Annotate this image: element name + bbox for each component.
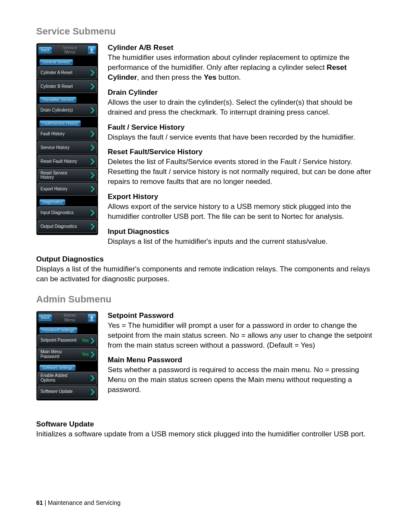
- chevron-right-icon: [90, 70, 95, 76]
- group-software-settings: Software Settings: [39, 364, 76, 371]
- chevron-right-icon: [90, 131, 95, 137]
- group-fault-service-history: Fault/Service History: [39, 120, 81, 127]
- chevron-right-icon: [90, 210, 95, 216]
- panel-header: Back ServiceMenu: [37, 44, 97, 56]
- item-input-diagnostics: Input Diagnostics Displays a list of the…: [108, 227, 375, 247]
- download-icon[interactable]: [87, 46, 96, 54]
- panel-header: Back AdminMenu: [37, 312, 97, 324]
- menu-input-diagnostics[interactable]: Input Diagnostics: [37, 206, 97, 219]
- group-diagnostics: Diagnostics: [39, 199, 65, 205]
- admin-panel: Back AdminMenu Password Settings Setpoin…: [36, 311, 98, 401]
- item-software-update: Software Update Initializes a software u…: [36, 420, 375, 439]
- item-cylinder-ab-reset: Cylinder A/B Reset The humidifier uses i…: [108, 43, 375, 83]
- menu-cylinder-a-reset[interactable]: Cylinder A Reset: [37, 66, 97, 79]
- service-heading: Service Submenu: [36, 26, 375, 37]
- chevron-right-icon: [90, 224, 95, 230]
- menu-software-update[interactable]: Software Update: [37, 386, 97, 398]
- menu-service-history[interactable]: Service History: [37, 141, 97, 154]
- footer: 61 | Maintenance and Servicing: [36, 499, 121, 506]
- group-password-settings: Password Settings: [39, 327, 78, 333]
- chevron-right-icon: [90, 107, 95, 113]
- chevron-right-icon: [90, 159, 95, 165]
- item-export-history: Export History Allows export of the serv…: [108, 192, 375, 222]
- back-button[interactable]: Back: [38, 47, 52, 54]
- menu-drain-cylinders[interactable]: Drain Cylinder(s): [37, 104, 97, 117]
- menu-reset-service-history[interactable]: Reset Service History: [37, 169, 97, 182]
- chevron-right-icon: [90, 172, 95, 178]
- back-button[interactable]: Back: [38, 314, 52, 321]
- chevron-right-icon: [90, 375, 95, 381]
- chevron-right-icon: [90, 186, 95, 192]
- chevron-right-icon: [90, 84, 95, 90]
- menu-cylinder-b-reset[interactable]: Cylinder B Reset: [37, 80, 97, 93]
- group-general-service: General Service: [39, 59, 73, 65]
- item-setpoint-password: Setpoint Password Yes = The humidifier w…: [108, 311, 375, 351]
- item-output-diagnostics: Output Diagnostics Displays a list of th…: [36, 255, 375, 284]
- menu-enable-added-options[interactable]: Enable Added Options: [37, 372, 97, 385]
- menu-fault-history[interactable]: Fault History: [37, 128, 97, 140]
- item-fault-service-history: Fault / Service History Displays the fau…: [108, 123, 375, 143]
- value-setpoint-password: Yes: [82, 338, 89, 343]
- panel-title: ServiceMenu: [52, 46, 87, 55]
- value-main-menu-password: Yes: [82, 352, 89, 357]
- group-humidifier-service: Humidifier Service: [39, 96, 77, 103]
- item-main-menu-password: Main Menu Password Sets whether a passwo…: [108, 355, 375, 395]
- admin-heading: Admin Submenu: [36, 294, 375, 305]
- chevron-right-icon: [90, 389, 95, 395]
- menu-reset-fault-history[interactable]: Reset Fault History: [37, 155, 97, 168]
- service-panel: Back ServiceMenu General Service Cylinde…: [36, 43, 98, 235]
- menu-output-diagnostics[interactable]: Output Diagnostics: [37, 220, 97, 233]
- item-reset-fault-service-history: Reset Fault/Service History Deletes the …: [108, 147, 375, 187]
- chevron-right-icon: [90, 338, 95, 344]
- chevron-right-icon: [90, 352, 95, 358]
- menu-export-history[interactable]: Export History: [37, 183, 97, 196]
- menu-setpoint-password[interactable]: Setpoint Password Yes: [37, 334, 97, 347]
- item-drain-cylinder: Drain Cylinder Allows the user to drain …: [108, 88, 375, 118]
- panel-title: AdminMenu: [52, 313, 87, 322]
- download-icon[interactable]: [87, 314, 96, 322]
- chevron-right-icon: [90, 145, 95, 151]
- menu-main-menu-password[interactable]: Main Menu Password Yes: [37, 348, 97, 361]
